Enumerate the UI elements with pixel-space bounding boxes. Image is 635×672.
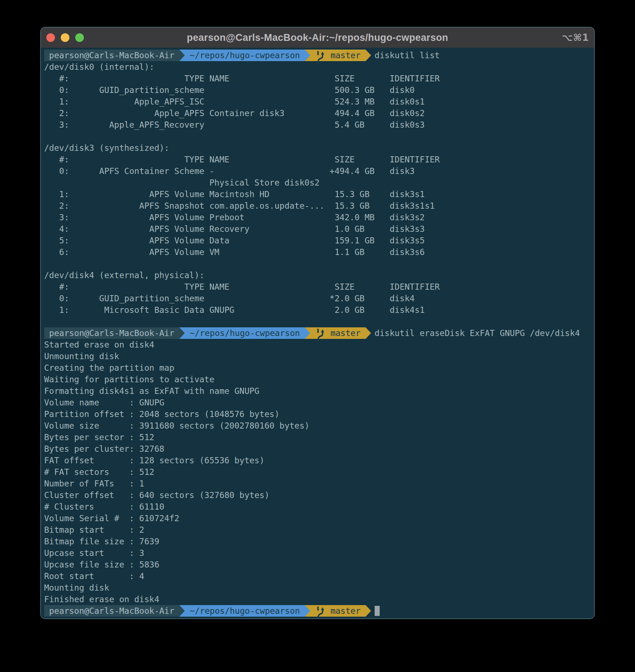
output-line: Physical Store disk0s2 (44, 177, 594, 188)
prompt-host-segment: pearson@Carls-MacBook-Air (44, 605, 179, 617)
output-line: Volume size : 3911680 sectors (200278016… (44, 420, 594, 431)
prompt-line: pearson@Carls-MacBook-Air ~/repos/hugo-c… (44, 327, 594, 339)
output-line: Unmounting disk (44, 350, 594, 362)
output-line: 1: Apple_APFS_ISC 524.3 MB disk0s1 (44, 96, 594, 107)
command-text: diskutil eraseDisk ExFAT GNUPG /dev/disk… (375, 328, 580, 338)
powerline-separator-icon (305, 50, 310, 61)
output-line: # Clusters : 61110 (44, 501, 594, 512)
git-branch-icon (315, 605, 325, 617)
powerline-separator-icon (366, 50, 371, 61)
output-line: 2: APFS Snapshot com.apple.os.update-...… (44, 200, 594, 212)
output-line: 1: Microsoft Basic Data GNUPG 2.0 GB dis… (44, 304, 594, 316)
output-line: /dev/disk3 (synthesized): (44, 142, 594, 154)
powerline-separator-icon (305, 327, 310, 339)
powerline-separator-icon (179, 605, 185, 617)
output-line: /dev/disk4 (external, physical): (44, 269, 594, 281)
output-line: Volume name : GNUPG (44, 397, 594, 408)
prompt-git-segment: master (310, 605, 366, 617)
output-line: Number of FATs : 1 (44, 478, 594, 489)
output-line: Bitmap start : 2 (44, 524, 594, 536)
powerline-separator-icon (305, 605, 310, 617)
command-gap (371, 605, 375, 617)
output-line: 5: APFS Volume Data 159.1 GB disk3s5 (44, 235, 594, 246)
prompt-host-segment: pearson@Carls-MacBook-Air (44, 50, 179, 61)
powerline-separator-icon (179, 327, 185, 339)
powerline-separator-icon (366, 605, 371, 617)
output-line: Mounting disk (44, 582, 594, 594)
output-line: # FAT sectors : 512 (44, 466, 594, 478)
git-branch-icon (315, 327, 325, 339)
terminal-content[interactable]: pearson@Carls-MacBook-Air ~/repos/hugo-c… (41, 48, 594, 618)
output-line: #: TYPE NAME SIZE IDENTIFIER (44, 154, 594, 165)
prompt-git-segment: master (310, 50, 366, 61)
output-line: Waiting for partitions to activate (44, 374, 594, 385)
window-shortcut-badge: ⌥⌘1 (562, 27, 589, 48)
output-line: Upcase start : 3 (44, 547, 594, 559)
output-line (44, 316, 594, 327)
output-line: 6: APFS Volume VM 1.1 GB disk3s6 (44, 246, 594, 258)
terminal-window: pearson@Carls-MacBook-Air:~/repos/hugo-c… (41, 27, 594, 618)
command-text: diskutil list (375, 51, 440, 60)
output-line (44, 258, 594, 269)
prompt-git-segment: master (310, 327, 366, 339)
output-line: 1: APFS Volume Macintosh HD 15.3 GB disk… (44, 188, 594, 200)
prompt-line: pearson@Carls-MacBook-Air ~/repos/hugo-c… (44, 605, 594, 617)
command-gap (371, 327, 375, 339)
output-line: 0: GUID_partition_scheme 500.3 GB disk0 (44, 84, 594, 96)
output-line: Bitmap file size : 7639 (44, 536, 594, 547)
output-line: Creating the partition map (44, 362, 594, 374)
output-line (44, 131, 594, 142)
output-line: #: TYPE NAME SIZE IDENTIFIER (44, 281, 594, 293)
output-line: Bytes per sector : 512 (44, 431, 594, 443)
output-line: Formatting disk4s1 as ExFAT with name GN… (44, 385, 594, 397)
desktop: { "desktop": { "background": "#000000" }… (0, 0, 635, 672)
command-gap (371, 50, 375, 61)
output-line: Root start : 4 (44, 570, 594, 582)
window-titlebar[interactable]: pearson@Carls-MacBook-Air:~/repos/hugo-c… (41, 27, 594, 48)
prompt-host-segment: pearson@Carls-MacBook-Air (44, 327, 179, 339)
output-line: Started erase on disk4 (44, 339, 594, 350)
output-line: FAT offset : 128 sectors (65536 bytes) (44, 455, 594, 466)
prompt-line: pearson@Carls-MacBook-Air ~/repos/hugo-c… (44, 50, 594, 61)
git-branch-icon (315, 50, 325, 61)
powerline-separator-icon (179, 50, 185, 61)
terminal-cursor (375, 606, 380, 616)
output-line: Bytes per cluster: 32768 (44, 443, 594, 455)
window-title: pearson@Carls-MacBook-Air:~/repos/hugo-c… (41, 27, 594, 48)
output-line: Cluster offset : 640 sectors (327680 byt… (44, 489, 594, 501)
prompt-path-segment: ~/repos/hugo-cwpearson (185, 327, 305, 339)
output-line: Finished erase on disk4 (44, 594, 594, 605)
prompt-path-segment: ~/repos/hugo-cwpearson (185, 50, 305, 61)
output-line: #: TYPE NAME SIZE IDENTIFIER (44, 73, 594, 84)
prompt-path-segment: ~/repos/hugo-cwpearson (185, 605, 305, 617)
output-line: /dev/disk0 (internal): (44, 61, 594, 73)
output-line: Upcase file size : 5836 (44, 559, 594, 570)
output-line: 0: GUID_partition_scheme *2.0 GB disk4 (44, 293, 594, 304)
powerline-separator-icon (366, 327, 371, 339)
output-line: Partition offset : 2048 sectors (1048576… (44, 408, 594, 420)
output-line: 3: APFS Volume Preboot 342.0 MB disk3s2 (44, 212, 594, 223)
output-line: Volume Serial # : 610724f2 (44, 512, 594, 524)
output-line: 4: APFS Volume Recovery 1.0 GB disk3s3 (44, 223, 594, 235)
output-line: 0: APFS Container Scheme - +494.4 GB dis… (44, 165, 594, 177)
output-line: 2: Apple_APFS Container disk3 494.4 GB d… (44, 107, 594, 119)
output-line: 3: Apple_APFS_Recovery 5.4 GB disk0s3 (44, 119, 594, 131)
